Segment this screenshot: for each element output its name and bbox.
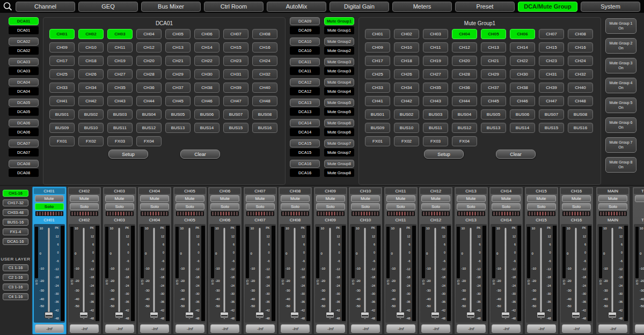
dca-assign-ch34[interactable]: CH34 <box>78 83 104 93</box>
fader-value[interactable]: -Inf <box>140 324 169 333</box>
fader-value[interactable]: -Inf <box>70 324 99 333</box>
mute-assign-ch20[interactable]: CH20 <box>452 56 477 66</box>
tab-system[interactable]: System <box>581 2 640 12</box>
tab-automix[interactable]: AutoMix <box>267 2 326 12</box>
mute-assign-ch19[interactable]: CH19 <box>423 56 448 66</box>
dca-assign-bus10[interactable]: BUS10 <box>78 123 104 133</box>
mute-group-select-button-mute-group1[interactable]: Mute Group1 <box>324 17 354 25</box>
mute-assign-bus07[interactable]: BUS07 <box>539 109 564 120</box>
mute-assign-ch32[interactable]: CH32 <box>568 69 593 79</box>
channel-strip-ch06[interactable]: CH06MuteSoloCH06GR100-10-20-30-40-50PK12… <box>208 187 242 334</box>
mute-assign-ch36[interactable]: CH36 <box>452 83 477 93</box>
dca-assign-bus02[interactable]: BUS02 <box>78 109 104 120</box>
mute-assign-ch25[interactable]: CH25 <box>365 69 390 79</box>
dca-assign-bus16[interactable]: BUS16 <box>252 123 277 133</box>
dca-assign-ch05[interactable]: CH05 <box>165 29 191 39</box>
solo-button[interactable]: Solo <box>281 203 310 210</box>
dca-assign-ch45[interactable]: CH45 <box>165 96 191 106</box>
layer-button-ch17-32[interactable]: CH17-32 <box>3 199 28 206</box>
mute-assign-ch38[interactable]: CH38 <box>510 83 535 93</box>
mute-assign-ch24[interactable]: CH24 <box>568 56 593 66</box>
solo-button[interactable]: Solo <box>140 203 169 210</box>
mute-group-on-button-mute-group-8[interactable]: Mute Group 8On <box>605 157 636 173</box>
layer-button-fx1-4[interactable]: FX1-4 <box>3 228 28 235</box>
dca-assign-bus04[interactable]: BUS04 <box>136 109 162 120</box>
dca-assign-ch22[interactable]: CH22 <box>194 56 219 66</box>
dca-assign-bus11[interactable]: BUS11 <box>107 123 133 133</box>
tab-preset[interactable]: Preset <box>455 2 515 12</box>
fader-knob[interactable] <box>45 312 53 318</box>
channel-strip-main[interactable]: MAINMuteSoloMAINGR100-10-20-30-40-50PK12… <box>596 187 630 334</box>
mute-assign-bus08[interactable]: BUS08 <box>568 109 593 120</box>
dca-assign-ch33[interactable]: CH33 <box>49 83 75 93</box>
mute-button[interactable]: Mute <box>175 195 204 202</box>
dca-assign-ch08[interactable]: CH08 <box>252 29 277 39</box>
mute-group-select-button-mute-group2[interactable]: Mute Group2 <box>324 38 354 46</box>
dca-assign-ch16[interactable]: CH16 <box>252 42 277 53</box>
mute-assign-bus14[interactable]: BUS14 <box>510 123 535 133</box>
fader-knob[interactable] <box>115 312 123 318</box>
fader-value[interactable]: -Inf <box>351 324 380 333</box>
mute-assign-ch21[interactable]: CH21 <box>481 56 506 66</box>
mute-button[interactable]: Mute <box>316 195 345 202</box>
dca-select-button-dca05[interactable]: DCA05 <box>9 99 39 107</box>
dca-assign-ch32[interactable]: CH32 <box>252 69 277 79</box>
fader-knob[interactable] <box>255 312 264 318</box>
fader-value[interactable]: -Inf <box>35 324 64 333</box>
mute-assign-ch14[interactable]: CH14 <box>510 42 535 53</box>
dca-assign-ch20[interactable]: CH20 <box>136 56 162 66</box>
dca-assign-fx03[interactable]: FX03 <box>107 136 133 146</box>
channel-strip-ch01[interactable]: CH01MuteSoloCH01GR100-10-20-30-40-50PK12… <box>32 187 67 334</box>
dca-select-button-dca09[interactable]: DCA09 <box>290 17 320 25</box>
user-layer-button-c4-1-16[interactable]: C4 1-16 <box>3 293 28 300</box>
dca-select-button-dca16[interactable]: DCA16 <box>290 160 320 168</box>
mute-assign-ch31[interactable]: CH31 <box>539 69 564 79</box>
dca-select-button-dca03[interactable]: DCA03 <box>9 58 39 66</box>
solo-button[interactable]: Solo <box>527 203 556 210</box>
user-layer-button-c1-1-16[interactable]: C1 1-16 <box>3 264 28 271</box>
tab-ctrl-room[interactable]: Ctrl Room <box>204 2 264 12</box>
mute-assign-ch43[interactable]: CH43 <box>423 96 448 106</box>
fader-value[interactable]: -Inf <box>175 324 204 333</box>
dca-assign-ch13[interactable]: CH13 <box>165 42 191 53</box>
mute-assign-ch28[interactable]: CH28 <box>452 69 477 79</box>
mute-assign-ch15[interactable]: CH15 <box>539 42 564 53</box>
mute-button[interactable]: Mute <box>598 195 627 202</box>
dca-assign-bus14[interactable]: BUS14 <box>194 123 219 133</box>
fader-value[interactable]: -Inf <box>105 324 134 333</box>
solo-button[interactable]: Solo <box>35 203 64 210</box>
mute-group-on-button-mute-group-2[interactable]: Mute Group 2On <box>605 38 636 54</box>
tab-dca-mute-group[interactable]: DCA/Mute Group <box>518 2 577 12</box>
dca-select-button-dca14[interactable]: DCA14 <box>290 119 320 127</box>
fader-value[interactable]: -Inf <box>598 324 627 333</box>
dca-assign-ch25[interactable]: CH25 <box>49 69 75 79</box>
mute-group-select-button-mute-group5[interactable]: Mute Group5 <box>324 99 354 107</box>
solo-button[interactable]: Solo <box>70 203 99 210</box>
mute-assign-fx02[interactable]: FX02 <box>394 136 419 146</box>
dca-select-button-dca08[interactable]: DCA08 <box>9 160 39 168</box>
mute-clear-button[interactable]: Clear <box>496 150 536 159</box>
dca-assign-fx02[interactable]: FX02 <box>78 136 104 146</box>
layer-button-ch33-48[interactable]: CH33-48 <box>3 209 28 216</box>
mute-group-select-button-mute-group8[interactable]: Mute Group8 <box>324 160 354 168</box>
mute-assign-bus01[interactable]: BUS01 <box>365 109 390 120</box>
mute-assign-ch11[interactable]: CH11 <box>423 42 448 53</box>
mute-group-on-button-mute-group-3[interactable]: Mute Group 3On <box>605 58 636 73</box>
mute-button[interactable]: Mute <box>492 195 521 202</box>
mute-group-select-button-mute-group6[interactable]: Mute Group6 <box>324 119 354 127</box>
channel-strip-ch13[interactable]: CH13MuteSoloCH13GR100-10-20-30-40-50PK12… <box>454 187 488 334</box>
dca-assign-ch09[interactable]: CH09 <box>49 42 75 53</box>
mute-assign-ch04[interactable]: CH04 <box>452 29 477 39</box>
mute-assign-ch18[interactable]: CH18 <box>394 56 419 66</box>
mute-assign-ch09[interactable]: CH09 <box>365 42 390 53</box>
fader-value[interactable]: -Inf <box>246 324 275 333</box>
solo-button[interactable]: Solo <box>492 203 521 210</box>
channel-strip-ch12[interactable]: CH12MuteSoloCH12GR100-10-20-30-40-50PK12… <box>419 187 453 334</box>
channel-strip-tb-osc[interactable]: TB/OSCMuteSoloTB/OSCGR100-10-20-30-40-50… <box>632 187 644 334</box>
mute-button[interactable]: Mute <box>140 195 169 202</box>
mute-assign-bus16[interactable]: BUS16 <box>568 123 593 133</box>
dca-assign-ch21[interactable]: CH21 <box>165 56 191 66</box>
mute-group-on-button-mute-group-4[interactable]: Mute Group 4On <box>605 78 636 93</box>
mute-assign-fx04[interactable]: FX04 <box>452 136 477 146</box>
fader-value[interactable]: -Inf <box>386 324 415 333</box>
